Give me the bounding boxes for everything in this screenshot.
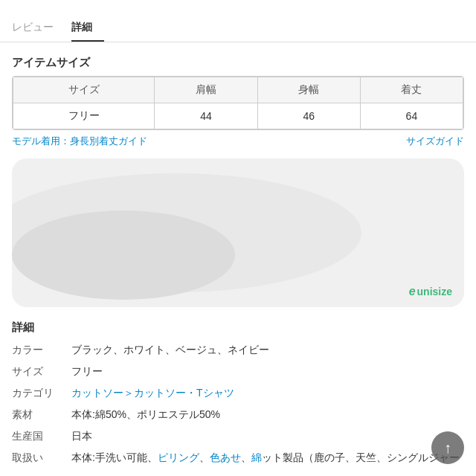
tab-bar: レビュー 詳細 [0,15,476,42]
unisize-logo: e unisize [409,285,452,298]
detail-row-color: カラー ブラック、ホワイト、ベージュ、ネイビー [12,342,464,358]
cotton-link[interactable]: 綿 [251,451,262,463]
col-header-body: 身幅 [257,77,360,103]
fading-link[interactable]: 色あせ [210,451,241,463]
cell-body: 46 [257,103,360,129]
label-material: 素材 [12,407,71,422]
tab-review-label: レビュー [12,21,54,33]
cell-size: フリー [13,103,155,129]
size-table: サイズ 肩幅 身幅 着丈 フリー 44 46 64 [13,77,463,129]
value-category: カットソー＞カットソー・Tシャツ [71,385,464,401]
col-header-size: サイズ [13,77,155,103]
detail-row-category: カテゴリ カットソー＞カットソー・Tシャツ [12,385,464,401]
detail-row-care: 取扱い 本体:手洗い可能、ピリング、色あせ、綿ット製品（鹿の子、天竺、シングルジ… [12,450,464,466]
unisize-logo-text: unisize [417,286,452,298]
detail-section: 詳細 カラー ブラック、ホワイト、ベージュ、ネイビー サイズ フリー カテゴリ … [0,313,476,476]
detail-title: 詳細 [12,321,464,335]
label-origin: 生産国 [12,428,71,444]
table-row: フリー 44 46 64 [13,103,463,129]
value-size: フリー [71,364,464,379]
col-header-length: 着丈 [360,77,463,103]
size-section-title: アイテムサイズ [0,48,476,76]
tab-detail[interactable]: 詳細 [71,15,104,42]
size-table-wrapper: サイズ 肩幅 身幅 着丈 フリー 44 46 64 [12,76,464,130]
value-care: 本体:手洗い可能、ピリング、色あせ、綿ット製品（鹿の子、天竺、シングルジャー [71,450,464,466]
value-material: 本体:綿50%、ポリエステル50% [71,407,464,422]
value-color: ブラック、ホワイト、ベージュ、ネイビー [71,342,464,358]
category-link[interactable]: カットソー＞カットソー・Tシャツ [71,387,234,399]
model-link[interactable]: モデル着用：身長別着丈ガイド [12,135,147,148]
label-size: サイズ [12,364,71,379]
page: レビュー 詳細 アイテムサイズ サイズ 肩幅 身幅 着丈 フリー 44 46 [0,0,476,476]
label-color: カラー [12,342,71,358]
tab-review[interactable]: レビュー [12,15,65,42]
label-care: 取扱い [12,450,71,466]
col-header-shoulder: 肩幅 [155,77,257,103]
value-origin: 日本 [71,428,464,444]
blob2 [12,210,235,300]
tab-detail-label: 詳細 [71,21,92,33]
pilling-link[interactable]: ピリング [158,451,199,463]
detail-row-material: 素材 本体:綿50%、ポリエステル50% [12,407,464,422]
unisize-panel[interactable]: e unisize [12,158,464,307]
cell-shoulder: 44 [155,103,257,129]
detail-row-origin: 生産国 日本 [12,428,464,444]
back-to-top-button[interactable]: ↑ [431,431,464,464]
size-guide-link[interactable]: サイズガイド [406,135,464,148]
unisize-e-symbol: e [409,285,416,298]
detail-row-size: サイズ フリー [12,364,464,379]
cell-length: 64 [360,103,463,129]
back-to-top-icon: ↑ [444,440,451,455]
label-category: カテゴリ [12,385,71,401]
size-links: モデル着用：身長別着丈ガイド サイズガイド [0,130,476,152]
